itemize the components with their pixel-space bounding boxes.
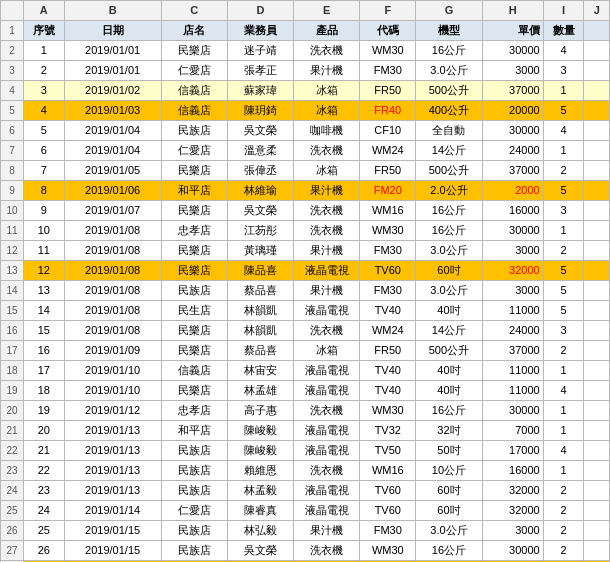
cell-b-22[interactable]: 2019/01/13 — [64, 461, 161, 481]
cell-d-11[interactable]: 黃璃瑾 — [227, 241, 293, 261]
cell-f-17[interactable]: TV40 — [360, 361, 416, 381]
cell-b-5[interactable]: 2019/01/04 — [64, 121, 161, 141]
cell-f-15[interactable]: WM24 — [360, 321, 416, 341]
cell-b-0[interactable]: 日期 — [64, 21, 161, 41]
cell-c-23[interactable]: 民族店 — [161, 481, 227, 501]
cell-g-20[interactable]: 32吋 — [416, 421, 482, 441]
cell-a-16[interactable]: 16 — [23, 341, 64, 361]
cell-d-3[interactable]: 蘇家瑋 — [227, 81, 293, 101]
cell-f-14[interactable]: TV40 — [360, 301, 416, 321]
cell-g-4[interactable]: 400公升 — [416, 101, 482, 121]
cell-e-20[interactable]: 液晶電視 — [294, 421, 360, 441]
cell-b-13[interactable]: 2019/01/08 — [64, 281, 161, 301]
cell-g-5[interactable]: 全自動 — [416, 121, 482, 141]
cell-e-11[interactable]: 果汁機 — [294, 241, 360, 261]
cell-c-22[interactable]: 民族店 — [161, 461, 227, 481]
cell-e-4[interactable]: 冰箱 — [294, 101, 360, 121]
cell-h-19[interactable]: 30000 — [482, 401, 543, 421]
cell-g-1[interactable]: 16公斤 — [416, 41, 482, 61]
cell-i-9[interactable]: 3 — [543, 201, 584, 221]
cell-d-16[interactable]: 蔡品喜 — [227, 341, 293, 361]
cell-a-8[interactable]: 8 — [23, 181, 64, 201]
cell-c-13[interactable]: 民族店 — [161, 281, 227, 301]
cell-d-24[interactable]: 陳睿真 — [227, 501, 293, 521]
cell-d-4[interactable]: 陳玥錡 — [227, 101, 293, 121]
cell-i-22[interactable]: 1 — [543, 461, 584, 481]
cell-h-20[interactable]: 7000 — [482, 421, 543, 441]
cell-a-23[interactable]: 23 — [23, 481, 64, 501]
cell-f-23[interactable]: TV60 — [360, 481, 416, 501]
cell-f-26[interactable]: WM30 — [360, 541, 416, 561]
cell-c-11[interactable]: 民樂店 — [161, 241, 227, 261]
cell-i-14[interactable]: 5 — [543, 301, 584, 321]
cell-c-1[interactable]: 民樂店 — [161, 41, 227, 61]
cell-b-19[interactable]: 2019/01/12 — [64, 401, 161, 421]
cell-b-16[interactable]: 2019/01/09 — [64, 341, 161, 361]
cell-a-22[interactable]: 22 — [23, 461, 64, 481]
cell-i-10[interactable]: 1 — [543, 221, 584, 241]
cell-g-19[interactable]: 16公斤 — [416, 401, 482, 421]
cell-i-4[interactable]: 5 — [543, 101, 584, 121]
cell-i-8[interactable]: 5 — [543, 181, 584, 201]
cell-a-19[interactable]: 19 — [23, 401, 64, 421]
cell-g-22[interactable]: 10公斤 — [416, 461, 482, 481]
cell-g-7[interactable]: 500公升 — [416, 161, 482, 181]
cell-d-20[interactable]: 陳峻毅 — [227, 421, 293, 441]
cell-h-1[interactable]: 30000 — [482, 41, 543, 61]
cell-h-12[interactable]: 32000 — [482, 261, 543, 281]
cell-c-26[interactable]: 民族店 — [161, 541, 227, 561]
cell-b-23[interactable]: 2019/01/13 — [64, 481, 161, 501]
cell-f-25[interactable]: FM30 — [360, 521, 416, 541]
cell-i-17[interactable]: 1 — [543, 361, 584, 381]
cell-g-0[interactable]: 機型 — [416, 21, 482, 41]
cell-d-14[interactable]: 林韻凱 — [227, 301, 293, 321]
cell-e-5[interactable]: 咖啡機 — [294, 121, 360, 141]
cell-f-6[interactable]: WM24 — [360, 141, 416, 161]
cell-i-0[interactable]: 數量 — [543, 21, 584, 41]
cell-g-21[interactable]: 50吋 — [416, 441, 482, 461]
cell-b-17[interactable]: 2019/01/10 — [64, 361, 161, 381]
cell-b-9[interactable]: 2019/01/07 — [64, 201, 161, 221]
cell-a-13[interactable]: 13 — [23, 281, 64, 301]
cell-c-10[interactable]: 忠孝店 — [161, 221, 227, 241]
cell-d-25[interactable]: 林弘毅 — [227, 521, 293, 541]
cell-g-15[interactable]: 14公斤 — [416, 321, 482, 341]
cell-d-13[interactable]: 蔡品喜 — [227, 281, 293, 301]
cell-c-0[interactable]: 店名 — [161, 21, 227, 41]
cell-h-25[interactable]: 3000 — [482, 521, 543, 541]
cell-i-15[interactable]: 3 — [543, 321, 584, 341]
cell-h-24[interactable]: 32000 — [482, 501, 543, 521]
cell-b-1[interactable]: 2019/01/01 — [64, 41, 161, 61]
cell-g-6[interactable]: 14公斤 — [416, 141, 482, 161]
cell-c-8[interactable]: 和平店 — [161, 181, 227, 201]
cell-f-8[interactable]: FM20 — [360, 181, 416, 201]
cell-g-17[interactable]: 40吋 — [416, 361, 482, 381]
cell-g-25[interactable]: 3.0公斤 — [416, 521, 482, 541]
cell-f-7[interactable]: FR50 — [360, 161, 416, 181]
cell-e-15[interactable]: 洗衣機 — [294, 321, 360, 341]
cell-f-13[interactable]: FM30 — [360, 281, 416, 301]
cell-g-8[interactable]: 2.0公升 — [416, 181, 482, 201]
cell-i-25[interactable]: 2 — [543, 521, 584, 541]
cell-f-0[interactable]: 代碼 — [360, 21, 416, 41]
cell-c-9[interactable]: 民樂店 — [161, 201, 227, 221]
cell-c-20[interactable]: 和平店 — [161, 421, 227, 441]
cell-d-17[interactable]: 林宙安 — [227, 361, 293, 381]
cell-e-16[interactable]: 冰箱 — [294, 341, 360, 361]
cell-e-17[interactable]: 液晶電視 — [294, 361, 360, 381]
cell-d-22[interactable]: 賴維恩 — [227, 461, 293, 481]
cell-a-14[interactable]: 14 — [23, 301, 64, 321]
cell-e-9[interactable]: 洗衣機 — [294, 201, 360, 221]
cell-e-23[interactable]: 液晶電視 — [294, 481, 360, 501]
cell-e-18[interactable]: 液晶電視 — [294, 381, 360, 401]
cell-h-13[interactable]: 3000 — [482, 281, 543, 301]
cell-d-23[interactable]: 林孟毅 — [227, 481, 293, 501]
cell-h-3[interactable]: 37000 — [482, 81, 543, 101]
cell-c-3[interactable]: 信義店 — [161, 81, 227, 101]
cell-h-4[interactable]: 20000 — [482, 101, 543, 121]
cell-d-1[interactable]: 迷子靖 — [227, 41, 293, 61]
cell-h-15[interactable]: 24000 — [482, 321, 543, 341]
cell-g-26[interactable]: 16公斤 — [416, 541, 482, 561]
cell-b-25[interactable]: 2019/01/15 — [64, 521, 161, 541]
cell-h-17[interactable]: 11000 — [482, 361, 543, 381]
